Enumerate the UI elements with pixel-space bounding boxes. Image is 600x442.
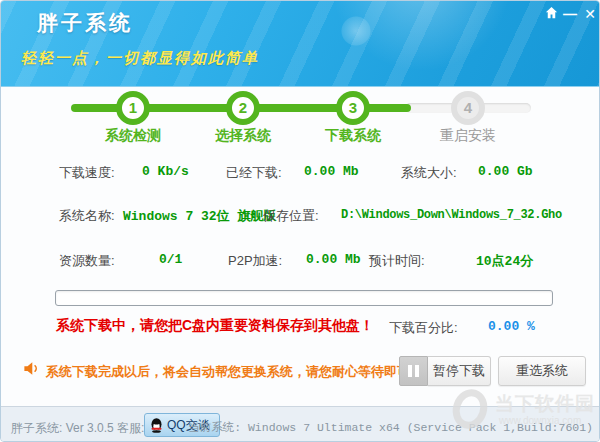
step-3-circle: 3 xyxy=(336,91,370,125)
percent-label: 下载百分比: xyxy=(389,319,458,337)
step-4-label: 重启安装 xyxy=(436,127,500,145)
downloaded-value: 0.00 Mb xyxy=(304,164,359,179)
step-3-number: 3 xyxy=(349,99,357,116)
speaker-icon xyxy=(22,359,41,382)
step-1-circle: 1 xyxy=(116,91,150,125)
minimize-icon[interactable]: — xyxy=(561,5,579,23)
resources-label: 资源数量: xyxy=(59,252,115,270)
app-title: 胖子系统 xyxy=(37,9,133,37)
download-speed-value: 0 Kb/s xyxy=(142,164,189,179)
pause-icon[interactable] xyxy=(399,356,428,386)
step-3-label: 下载系统 xyxy=(321,127,385,145)
downloaded-label: 已经下载: xyxy=(226,164,282,182)
p2p-value: 0.00 Mb xyxy=(306,252,361,267)
reselect-system-button[interactable]: 重选系统 xyxy=(498,356,586,386)
home-icon[interactable] xyxy=(542,5,560,23)
percent-value: 0.00 % xyxy=(488,319,535,334)
system-name-value: Windows 7 32位 旗舰版 xyxy=(123,207,276,225)
pause-download-button[interactable]: 暂停下载 xyxy=(428,356,491,386)
resources-value: 0/1 xyxy=(159,252,182,267)
eta-label: 预计时间: xyxy=(369,252,425,270)
step-2-number: 2 xyxy=(239,99,247,116)
system-name-label: 系统名称: xyxy=(59,207,115,225)
close-icon[interactable]: ✕ xyxy=(581,5,599,23)
warning-text: 系统下载中，请您把C盘内重要资料保存到其他盘！ xyxy=(56,317,374,335)
download-speed-label: 下载速度: xyxy=(59,164,115,182)
app-window: 胖子系统 轻轻一点，一切都显得如此简单 — ✕ 1 2 3 4 系统检测 选择系… xyxy=(0,0,600,442)
step-2-circle: 2 xyxy=(226,91,260,125)
current-system-text: 当前系统: Windows 7 Ultimate x64 (Service Pa… xyxy=(188,420,593,435)
save-path-value: D:\Windows_Down\Windows_7_32.Gho xyxy=(341,208,562,222)
step-2-label: 选择系统 xyxy=(211,127,275,145)
download-progressbar xyxy=(55,290,553,306)
step-1-number: 1 xyxy=(129,99,137,116)
step-4-number: 4 xyxy=(464,99,472,116)
eta-value: 10点24分 xyxy=(476,252,533,270)
save-path-label: 保存位置: xyxy=(263,207,319,225)
status-bar: 胖子系统: Ver 3.0.5 客服: QQ交谈 当前系统: Windows 7… xyxy=(1,406,600,442)
tagline: 轻轻一点，一切都显得如此简单 xyxy=(21,49,259,68)
system-size-value: 0.00 Gb xyxy=(478,164,533,179)
title-bar: 胖子系统 轻轻一点，一切都显得如此简单 — ✕ xyxy=(1,1,600,87)
notice-text: 系统下载完成以后，将会自动帮您更换系统，请您耐心等待即可！ xyxy=(46,363,423,381)
qq-penguin-icon xyxy=(150,418,163,433)
p2p-label: P2P加速: xyxy=(228,252,282,270)
step-1-label: 系统检测 xyxy=(101,127,165,145)
step-4-circle: 4 xyxy=(451,91,485,125)
system-size-label: 系统大小: xyxy=(401,164,457,182)
version-text: 胖子系统: Ver 3.0.5 客服: xyxy=(11,420,144,437)
